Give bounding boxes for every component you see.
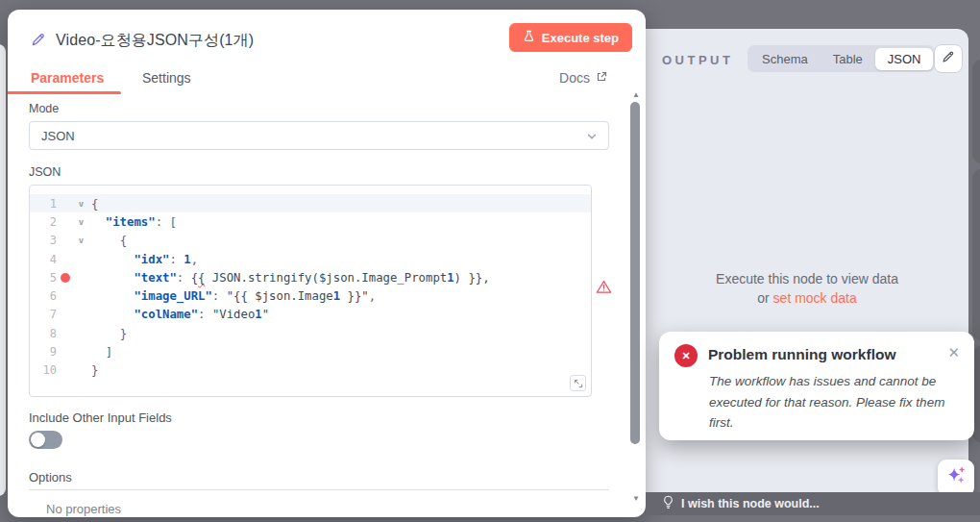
node-wish-input[interactable]: I wish this node would... xyxy=(646,492,980,515)
editor-line[interactable]: 7 "colName": "Video1" xyxy=(30,306,591,324)
line-number: 1 xyxy=(30,197,57,211)
toast-title: Problem running workflow xyxy=(708,346,895,363)
output-empty-state: Execute this node to view data or set mo… xyxy=(646,269,968,308)
include-other-fields-label: Include Other Input Fields xyxy=(29,410,172,425)
toast-close-icon[interactable]: ✕ xyxy=(947,344,960,361)
pencil-icon xyxy=(942,50,955,67)
code-text: } xyxy=(89,363,98,377)
scrollbar-down-arrow[interactable]: ▼ xyxy=(632,494,640,503)
editor-line[interactable]: 6 "image_URL": "{{ $json.Image1 }}", xyxy=(30,286,591,305)
line-number: 9 xyxy=(30,345,57,359)
execute-step-label: Execute step xyxy=(542,31,619,45)
output-panel-title: OUTPUT xyxy=(662,53,733,67)
output-view-json[interactable]: JSON xyxy=(875,48,934,70)
editor-lines: 1v{2v "items": [3v {4 "idx": 1,5 "text":… xyxy=(30,194,591,380)
code-text: "items": [ xyxy=(89,215,177,229)
options-divider xyxy=(29,489,609,490)
flask-icon xyxy=(523,30,535,45)
output-view-schema[interactable]: Schema xyxy=(749,48,821,70)
options-label: Options xyxy=(29,470,72,485)
toast-body: The workflow has issues and cannot be ex… xyxy=(709,371,961,434)
scrollbar-up-arrow[interactable]: ▲ xyxy=(632,90,640,99)
fold-chevron-icon[interactable]: v xyxy=(73,236,89,245)
node-wish-text: I wish this node would... xyxy=(681,497,820,510)
editor-line[interactable]: 9 ] xyxy=(30,342,591,360)
ai-assistant-button[interactable] xyxy=(938,460,974,496)
include-other-fields-toggle[interactable] xyxy=(29,431,62,449)
code-text: "colName": "Video1" xyxy=(89,308,269,321)
sparkle-icon xyxy=(944,464,968,491)
lightbulb-icon xyxy=(663,495,674,513)
line-number: 8 xyxy=(30,327,57,340)
line-number: 2 xyxy=(30,215,57,229)
chevron-down-icon xyxy=(586,131,598,145)
output-empty-text: Execute this node to view data xyxy=(646,269,968,288)
node-header: Video-요청용JSON구성(1개) xyxy=(31,31,254,51)
output-view-table[interactable]: Table xyxy=(821,48,875,70)
toggle-knob xyxy=(31,433,45,447)
editor-line[interactable]: 3v { xyxy=(30,232,591,250)
code-text: "image_URL": "{{ $json.Image1 }}", xyxy=(89,289,376,303)
options-empty-text: No properties xyxy=(46,502,121,516)
mode-select[interactable]: JSON xyxy=(29,121,609,150)
tab-settings[interactable]: Settings xyxy=(142,70,191,86)
line-number: 6 xyxy=(30,289,57,303)
edit-output-button[interactable] xyxy=(934,44,963,73)
line-number: 5 xyxy=(30,271,57,285)
line-number: 7 xyxy=(30,308,57,321)
expression-warning-icon[interactable] xyxy=(596,280,612,298)
ndv-tabs: Parameters Settings Docs xyxy=(8,60,646,94)
external-link-icon xyxy=(596,70,607,86)
editor-line[interactable]: 2v "items": [ xyxy=(30,212,591,231)
code-text: "idx": 1, xyxy=(89,253,198,266)
expand-editor-button[interactable] xyxy=(570,375,586,391)
node-title[interactable]: Video-요청용JSON구성(1개) xyxy=(56,31,254,51)
background-card xyxy=(972,169,980,340)
output-view-switcher: Schema Table JSON xyxy=(747,45,935,72)
editor-line[interactable]: 5 "text": {{ JSON.stringify($json.Image_… xyxy=(30,268,591,286)
error-circle-icon: ✕ xyxy=(674,344,698,367)
tab-parameters[interactable]: Parameters xyxy=(31,70,104,86)
code-text: ] xyxy=(89,345,112,359)
background-card xyxy=(972,60,980,163)
mode-field-label: Mode xyxy=(29,102,59,115)
fold-chevron-icon[interactable]: v xyxy=(73,199,89,209)
json-code-editor[interactable]: 1v{2v "items": [3v {4 "idx": 1,5 "text":… xyxy=(29,185,592,397)
output-empty-or: or xyxy=(757,290,772,306)
set-mock-data-link[interactable]: set mock data xyxy=(773,290,857,306)
docs-link[interactable]: Docs xyxy=(559,70,607,86)
line-number: 3 xyxy=(30,234,57,247)
code-text: } xyxy=(89,327,127,340)
rename-pencil-icon[interactable] xyxy=(31,32,46,51)
lint-error-dot xyxy=(57,273,73,283)
scrollbar-thumb[interactable] xyxy=(630,102,640,444)
editor-line[interactable]: 4 "idx": 1, xyxy=(30,250,591,268)
node-details-panel: Video-요청용JSON구성(1개) Execute step Paramet… xyxy=(8,10,646,517)
json-field-label: JSON xyxy=(29,165,61,179)
code-text: { xyxy=(89,197,98,211)
execute-step-button[interactable]: Execute step xyxy=(509,23,632,52)
fold-chevron-icon[interactable]: v xyxy=(73,217,89,227)
docs-label: Docs xyxy=(559,70,590,86)
editor-line[interactable]: 10} xyxy=(30,361,591,380)
active-tab-underline xyxy=(8,91,121,94)
code-text: { xyxy=(89,234,127,247)
code-text: "text": {{ JSON.stringify($json.Image_Pr… xyxy=(89,271,490,285)
line-number: 10 xyxy=(30,363,57,377)
editor-line[interactable]: 8 } xyxy=(30,324,591,342)
line-number: 4 xyxy=(30,253,57,266)
mode-select-value: JSON xyxy=(41,129,75,143)
background-panel-edge xyxy=(0,44,6,496)
editor-line[interactable]: 1v{ xyxy=(30,194,591,212)
error-toast: ✕ Problem running workflow ✕ The workflo… xyxy=(659,332,974,440)
